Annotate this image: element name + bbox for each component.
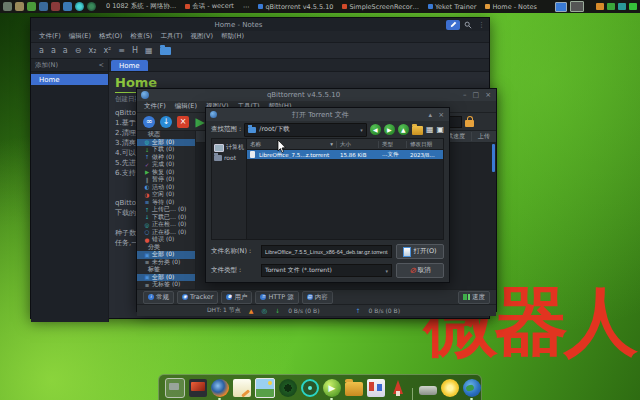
tree-item-home[interactable]: Home [31, 74, 108, 85]
notes-app-icon[interactable] [233, 379, 251, 397]
gallery-icon[interactable] [255, 378, 275, 398]
earth-icon[interactable] [463, 379, 481, 397]
qbt-detail-tab[interactable]: ⚉ 用户 [221, 291, 252, 304]
format-tool-icon[interactable]: a [51, 47, 56, 55]
location-combobox[interactable]: /root/下载 ▾ [244, 123, 367, 137]
qbt-detail-tab[interactable]: ◉ Tracker [177, 291, 218, 304]
open-button[interactable]: 打开(O) [396, 244, 444, 259]
notes-menu-item[interactable]: 文件(F) [39, 32, 61, 41]
app-menu-icon[interactable] [3, 2, 12, 11]
display-tray-icon[interactable] [555, 2, 567, 12]
format-tool-icon[interactable]: ≡ [118, 47, 125, 55]
file-manager-icon[interactable] [345, 382, 363, 396]
column-type[interactable]: 类型 [379, 141, 407, 148]
note-tab-home[interactable]: Home [111, 60, 148, 71]
format-tool-icon[interactable]: x₂ [88, 47, 96, 55]
format-tool-icon[interactable]: ▦ [145, 47, 153, 55]
maximize-button[interactable]: □ [473, 91, 480, 99]
disc-icon[interactable] [279, 379, 297, 397]
science-app-icon[interactable] [301, 379, 319, 397]
forward-button[interactable]: ▶ [384, 124, 395, 135]
tray-icon[interactable] [419, 386, 437, 395]
dialog-maximize-button[interactable]: ▴ [429, 111, 433, 119]
file-list[interactable]: 名称 ▾ 大小 类型 修改日期 LibreOffice_7.5…z.torren… [247, 139, 443, 239]
notes-titlebar[interactable]: Home - Notes ⋮ [31, 18, 489, 31]
minimize-button[interactable]: – [463, 91, 467, 99]
battery-tray-icon[interactable] [596, 3, 604, 10]
qbittorrent-titlebar[interactable]: qBittorrent v4.5.5.10 – □ × [137, 89, 496, 101]
overflow-menu-icon[interactable]: ⋮ [478, 21, 486, 29]
place-item[interactable]: 计算机 [212, 142, 246, 153]
taskbar-window-entry[interactable]: Yeket Trainer [428, 3, 477, 11]
add-torrent-icon[interactable]: ↓ [160, 116, 172, 128]
screen-app-icon[interactable] [39, 2, 48, 11]
parent-folder-button[interactable]: ▲ [398, 124, 409, 135]
notes-menu-item[interactable]: 编辑(E) [69, 32, 91, 41]
notes-menu-item[interactable]: 检查(S) [130, 32, 152, 41]
disc-app-icon[interactable] [75, 2, 84, 11]
taskbar-window-entry[interactable]: ⋯ [243, 3, 250, 11]
vertical-scrollbar[interactable] [492, 144, 495, 172]
format-tool-icon[interactable]: a [39, 47, 44, 55]
qbt-menu-item[interactable]: 文件(F) [144, 102, 166, 111]
leaf-app-icon[interactable] [27, 2, 36, 11]
folder-tool-icon[interactable] [160, 47, 171, 55]
new-folder-button[interactable] [412, 126, 423, 135]
format-tool-icon[interactable]: x² [103, 47, 111, 55]
taskbar-window-entry[interactable]: 0 1082 系统 - 网络协… [106, 2, 176, 11]
back-button[interactable]: ◀ [370, 124, 381, 135]
close-button[interactable]: × [485, 91, 491, 99]
dialog-close-button[interactable]: × [438, 111, 444, 119]
notes-menu-item[interactable]: 视图(V) [190, 32, 213, 41]
format-tool-icon[interactable]: H [132, 47, 138, 55]
taskbar-window-entry[interactable]: 会话 - wecert [185, 2, 234, 11]
network-globe-icon[interactable]: ◎ [261, 307, 267, 315]
place-item[interactable]: root [212, 153, 246, 162]
monitor-tray-icon[interactable] [570, 1, 584, 12]
edit-pencil-button[interactable] [446, 20, 460, 30]
dialog-titlebar[interactable]: 打开 Torrent 文件 ▴ × [206, 108, 449, 121]
qbt-filter-item[interactable]: ● 错误 (0) [137, 236, 195, 244]
rocket-launcher-icon[interactable] [389, 379, 407, 397]
cancel-button[interactable]: ⊘ 取消 [396, 263, 444, 278]
column-date[interactable]: 修改日期 [407, 141, 443, 148]
qbt-filter-item[interactable]: ≡ 无标签 (0) [137, 281, 195, 289]
qbt-detail-tab[interactable]: ▤ 内容 [302, 291, 333, 304]
qbt-detail-tab[interactable]: i 常规 [143, 291, 174, 304]
search-icon[interactable] [464, 21, 472, 29]
torrent-column-header[interactable]: 上传 [471, 132, 496, 141]
filetype-select[interactable]: Torrent 文件 (*.torrent) ▾ [261, 264, 392, 277]
firefox-browser-icon[interactable] [211, 379, 229, 397]
taskbar-window-entry[interactable]: Home - Notes [485, 3, 536, 11]
workspace-monitor-icon[interactable] [165, 378, 185, 398]
media-player-icon[interactable]: ▶ [323, 379, 341, 397]
display-settings-icon[interactable] [189, 379, 207, 397]
power-tray-icon[interactable] [629, 3, 637, 10]
notes-menu-item[interactable]: 格式(O) [99, 32, 122, 41]
notes-menu-item[interactable]: 帮助(H) [221, 32, 244, 41]
format-tool-icon[interactable]: a [63, 47, 68, 55]
globe-app-icon[interactable] [87, 2, 96, 11]
list-view-button[interactable]: ▦ [426, 124, 434, 135]
connection-flame-icon[interactable]: ▲ [249, 307, 254, 314]
tree-panel-header[interactable]: 添加(N) [35, 61, 58, 70]
add-link-icon[interactable]: ∞ [143, 116, 155, 128]
media-app-icon[interactable] [51, 2, 60, 11]
taskbar-window-entry[interactable]: qBittorrent v4.5.5.10 [258, 3, 333, 11]
delete-icon[interactable]: × [177, 116, 189, 128]
pet-app-icon[interactable] [15, 2, 24, 11]
collapse-panel-icon[interactable]: < [99, 61, 104, 69]
photos-app-icon[interactable] [63, 2, 72, 11]
brightness-icon[interactable] [441, 379, 459, 397]
paint-app-icon[interactable] [367, 379, 385, 397]
format-tool-icon[interactable]: ⊖ [75, 47, 82, 55]
filename-input[interactable] [261, 245, 392, 258]
status-tray-icon[interactable] [607, 3, 615, 10]
notes-menu-item[interactable]: 工具(T) [160, 32, 182, 41]
qbt-filter-item[interactable]: ≡ 未分类 (0) [137, 259, 195, 267]
speed-tab[interactable]: 速度 [458, 291, 490, 304]
taskbar-window-entry[interactable]: SimpleScreenRecor… [342, 3, 419, 11]
qbt-menu-item[interactable]: 编辑(E) [175, 102, 197, 111]
qbt-detail-tab[interactable]: ≡ HTTP 源 [255, 291, 298, 304]
network-tray-icon[interactable] [618, 3, 626, 10]
